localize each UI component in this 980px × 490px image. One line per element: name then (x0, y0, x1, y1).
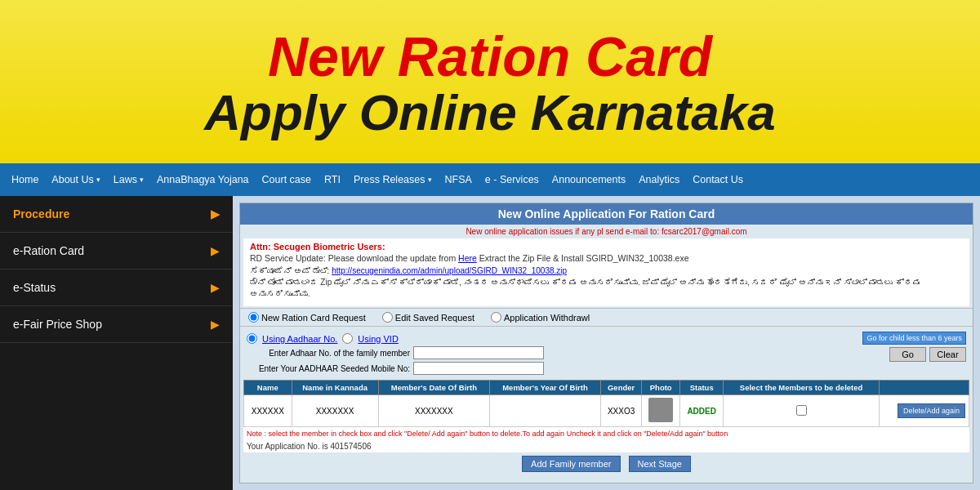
rd-link[interactable]: Here (458, 253, 477, 263)
nav-contactus[interactable]: Contact Us (686, 163, 750, 196)
form-body: Attn: Secugen Biometric Users: RD Servic… (243, 238, 969, 306)
nav-analytics[interactable]: Analytics (632, 163, 686, 196)
cell-name-kn: XXXXXXX (292, 395, 378, 427)
table-row: XXXXXX XXXXXXX XXXXXXX XXXO3 ADDED Delet… (244, 395, 969, 427)
app-no-text: Your Application No. is 401574506 (243, 440, 969, 452)
nav-home[interactable]: Home (5, 163, 45, 196)
estatus-arrow: ▶ (211, 281, 220, 294)
members-table-wrapper: Name Name in Kannada Member's Date Of Bi… (240, 380, 973, 452)
radio-withdrawl[interactable]: Application Withdrawl (491, 312, 590, 323)
aadhaar-right: Go for child less than 6 years Go Clear (862, 332, 966, 362)
radio-withdrawl-input[interactable] (491, 312, 501, 323)
col-delete: Select the Members to be deleted (724, 381, 880, 395)
cell-gender: XXXO3 (600, 395, 642, 427)
radio-withdrawl-label: Application Withdrawl (504, 313, 590, 323)
navbar: Home About Us ▾ Laws ▾ AnnaBhagya Yojana… (0, 163, 980, 196)
nav-courtcase[interactable]: Court case (256, 163, 318, 196)
aadhaar-radio[interactable] (247, 333, 257, 344)
cell-name: XXXXXX (244, 395, 292, 427)
nav-eservices[interactable]: e - Services (479, 163, 546, 196)
nav-rti[interactable]: RTI (318, 163, 347, 196)
go-child-button[interactable]: Go for child less than 6 years (862, 332, 966, 345)
sidebar-item-estatus[interactable]: e-Status ▶ (0, 270, 233, 306)
aadhaar-tab1[interactable]: Using Aadhaar No. (262, 334, 337, 344)
nav-laws[interactable]: Laws ▾ (107, 163, 150, 196)
field-mobile-label: Enter Your AADHAAR Seeded Mobile No: (247, 364, 410, 373)
sidebar-item-efairpriceshop[interactable]: e-Fair Price Shop ▶ (0, 306, 233, 343)
hero-title-red: New Ration Card (8, 28, 972, 86)
nav-pressreleases[interactable]: Press Releases ▾ (347, 163, 439, 196)
sidebar-efairpriceshop-label: e-Fair Price Shop (13, 318, 102, 331)
go-button[interactable]: Go (889, 347, 926, 362)
nav-nfsa[interactable]: NFSA (439, 163, 479, 196)
member-checkbox[interactable] (796, 405, 807, 416)
field-mobile-row: Enter Your AADHAAR Seeded Mobile No: (247, 362, 544, 375)
kannada-link[interactable]: http://secugenindia.com/admin/upload/SGI… (332, 266, 567, 275)
members-table: Name Name in Kannada Member's Date Of Bi… (243, 380, 969, 427)
attn-text: Attn: Secugen Biometric Users: (250, 242, 963, 252)
sidebar-item-erationcard[interactable]: e-Ration Card ▶ (0, 233, 233, 270)
col-photo: Photo (642, 381, 680, 395)
hero-title-black: Apply Online Karnataka (8, 86, 972, 139)
efairpriceshop-arrow: ▶ (211, 318, 220, 331)
col-name: Name (244, 381, 292, 395)
aadhaar-tab2[interactable]: Using VID (358, 334, 399, 344)
clear-button[interactable]: Clear (929, 347, 966, 362)
form-panel: New Online Application For Ration Card N… (239, 203, 973, 483)
col-action (879, 381, 969, 395)
radio-new-ration[interactable]: New Ration Card Request (248, 312, 366, 323)
radio-edit-saved[interactable]: Edit Saved Request (382, 312, 474, 323)
radio-new-ration-label: New Ration Card Request (261, 313, 366, 323)
cell-photo (642, 395, 680, 427)
laws-arrow: ▾ (140, 176, 144, 184)
radio-edit-saved-input[interactable] (382, 312, 393, 323)
cell-checkbox[interactable] (724, 395, 880, 427)
hero-banner: New Ration Card Apply Online Karnataka (0, 0, 980, 163)
nav-announcements[interactable]: Announcements (546, 163, 632, 196)
sidebar-erationcard-label: e-Ration Card (13, 244, 84, 257)
note-text: Note : select the member in check box an… (243, 427, 969, 440)
radio-edit-saved-label: Edit Saved Request (395, 313, 474, 323)
avatar (648, 398, 673, 422)
form-title: New Online Application For Ration Card (240, 203, 973, 225)
about-arrow: ▾ (96, 176, 100, 184)
aadhaar-left: Using Aadhaar No. Using VID Enter Adhaar… (247, 332, 544, 375)
aadhaar-section: Using Aadhaar No. Using VID Enter Adhaar… (240, 328, 973, 378)
cell-yob (490, 395, 601, 427)
col-yob: Member's Year Of Birth (490, 381, 601, 395)
form-subtitle: New online application issues if any pl … (240, 225, 973, 238)
status-badge: ADDED (687, 407, 716, 416)
col-name-kn: Name in Kannada (292, 381, 378, 395)
sidebar-procedure-label: Procedure (13, 207, 69, 220)
col-status: Status (680, 381, 724, 395)
main-area: Procedure ▶ e-Ration Card ▶ e-Status ▶ e… (0, 196, 980, 490)
field-aadhaar-label: Enter Adhaar No. of the family member (247, 349, 410, 358)
cell-delete-btn[interactable]: Delete/Add again (879, 395, 969, 427)
sidebar-estatus-label: e-Status (13, 281, 56, 294)
col-dob: Member's Date Of Birth (378, 381, 490, 395)
field-aadhaar-input[interactable] (413, 346, 544, 359)
kannada-text: ಸೆಕ್ಯೂಜೆನ್ ಅಪ್ ಡೇಟ್: http://secugenindia… (250, 265, 963, 300)
aadhaar-tabs: Using Aadhaar No. Using VID (247, 333, 544, 344)
rd-service-text: RD Service Update: Please download the u… (250, 253, 963, 263)
sidebar: Procedure ▶ e-Ration Card ▶ e-Status ▶ e… (0, 196, 233, 490)
cell-status: ADDED (680, 395, 724, 427)
next-stage-button[interactable]: Next Stage (629, 456, 691, 472)
nav-about[interactable]: About Us ▾ (45, 163, 106, 196)
radio-row: New Ration Card Request Edit Saved Reque… (240, 308, 973, 327)
sidebar-item-procedure[interactable]: Procedure ▶ (0, 196, 233, 233)
nav-annabhagya[interactable]: AnnaBhagya Yojana (150, 163, 256, 196)
go-clear-row: Go Clear (889, 347, 966, 362)
press-arrow: ▾ (428, 176, 432, 184)
add-family-button[interactable]: Add Family member (522, 456, 620, 472)
cell-dob: XXXXXXX (378, 395, 490, 427)
field-mobile-input[interactable] (413, 362, 544, 375)
bottom-btns: Add Family member Next Stage (240, 452, 973, 475)
field-aadhaar-row: Enter Adhaar No. of the family member (247, 346, 544, 359)
delete-add-button[interactable]: Delete/Add again (898, 403, 965, 418)
vid-radio[interactable] (342, 333, 353, 344)
col-gender: Gender (600, 381, 642, 395)
erationcard-arrow: ▶ (211, 244, 220, 257)
radio-new-ration-input[interactable] (248, 312, 259, 323)
content-area: New Online Application For Ration Card N… (233, 196, 980, 490)
